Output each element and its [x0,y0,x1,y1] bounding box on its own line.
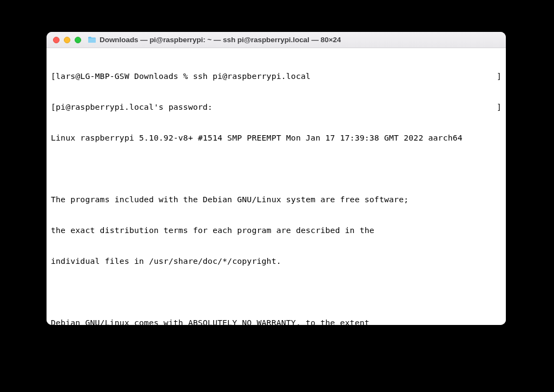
terminal-line: Debian GNU/Linux comes with ABSOLUTELY N… [51,317,502,325]
terminal-content[interactable]: [lars@LG-MBP-GSW Downloads % ssh pi@rasp… [47,48,506,325]
terminal-line: the exact distribution terms for each pr… [51,225,502,235]
window-controls [53,37,81,43]
titlebar[interactable]: Downloads — pi@raspberrypi: ~ — ssh pi@r… [47,32,506,48]
terminal-line: [lars@LG-MBP-GSW Downloads % ssh pi@rasp… [51,71,502,81]
terminal-line: The programs included with the Debian GN… [51,194,502,204]
minimize-icon[interactable] [64,37,70,43]
window-title: Downloads — pi@raspberrypi: ~ — ssh pi@r… [100,36,341,44]
folder-icon [88,36,96,43]
terminal-line: [pi@raspberrypi.local's password:] [51,102,502,112]
terminal-line: individual files in /usr/share/doc/*/cop… [51,256,502,266]
terminal-line: Linux raspberrypi 5.10.92-v8+ #1514 SMP … [51,132,502,143]
terminal-line [51,287,502,297]
close-icon[interactable] [53,37,60,43]
terminal-line [51,163,502,174]
terminal-window: Downloads — pi@raspberrypi: ~ — ssh pi@r… [47,32,506,325]
zoom-icon[interactable] [75,37,81,43]
